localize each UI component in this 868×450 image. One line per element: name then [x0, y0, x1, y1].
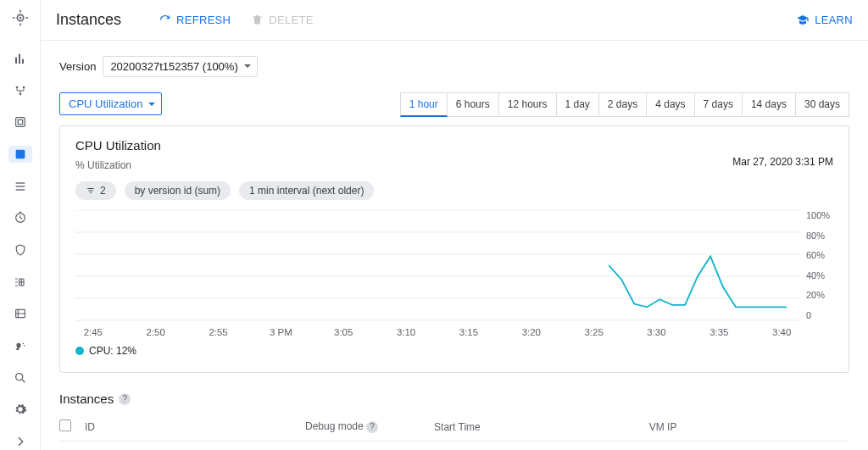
chart-subtitle: % Utilization [75, 159, 131, 171]
table-row: aef-default-20200327t152357-383kDisabled… [59, 442, 849, 451]
svg-rect-11 [15, 182, 25, 183]
chip-filter[interactable]: 2 [75, 181, 116, 200]
version-value: 20200327t152357 (100%) [110, 60, 237, 73]
timerange-12-hours[interactable]: 12 hours [499, 92, 557, 117]
timerange-1-hour[interactable]: 1 hour [400, 92, 448, 117]
svg-text:3:30: 3:30 [647, 327, 665, 337]
svg-point-7 [19, 92, 21, 95]
chip-interval[interactable]: 1 min interval (next older) [239, 181, 374, 200]
nav-search-icon[interactable] [8, 369, 32, 386]
svg-point-17 [23, 345, 25, 347]
nav-memcache-icon[interactable] [8, 306, 32, 323]
svg-text:3 PM: 3 PM [270, 327, 292, 337]
cell-debug: Disabled [305, 442, 434, 451]
timerange-14-days[interactable]: 14 days [743, 92, 796, 117]
help-icon[interactable]: ? [366, 421, 378, 433]
cell-vmip: 35.223.201.155 [649, 442, 784, 451]
refresh-button[interactable]: REFRESH [159, 14, 231, 26]
nav-expand-icon[interactable] [8, 433, 32, 450]
nav-settings-icon[interactable] [8, 402, 32, 419]
nav-cron-icon[interactable] [8, 209, 32, 226]
nav-firewall-icon[interactable] [8, 337, 32, 354]
col-debug: Debug mode ? [305, 413, 434, 442]
svg-rect-8 [15, 118, 25, 127]
select-all-checkbox[interactable] [59, 419, 71, 431]
nav-quotas-icon[interactable] [8, 274, 32, 291]
chip-groupby[interactable]: by version id (sum) [125, 181, 231, 200]
nav-taskqueues-icon[interactable] [8, 178, 32, 195]
svg-point-6 [22, 86, 25, 88]
svg-rect-4 [22, 59, 24, 64]
svg-point-5 [15, 86, 18, 88]
timerange-6-hours[interactable]: 6 hours [448, 92, 499, 117]
nav-versions-icon[interactable] [8, 114, 32, 131]
svg-point-16 [22, 343, 24, 345]
svg-rect-12 [15, 186, 25, 186]
svg-point-18 [15, 373, 22, 380]
chart-timestamp: Mar 27, 2020 3:31 PM [732, 156, 833, 168]
svg-text:3:25: 3:25 [584, 327, 603, 337]
svg-text:3:20: 3:20 [522, 327, 541, 337]
timerange-2-days[interactable]: 2 days [599, 92, 647, 117]
svg-rect-13 [15, 189, 25, 190]
page-title: Instances [56, 11, 121, 29]
col-vmip: VM IP [649, 413, 784, 442]
nav-rail [0, 0, 41, 450]
svg-rect-10 [15, 150, 25, 159]
chart-svg: 2:452:502:553 PM3:053:103:153:203:253:30… [75, 210, 799, 342]
timerange-group: 1 hour6 hours12 hours1 day2 days4 days7 … [400, 92, 849, 117]
chart-card: CPU Utilization % Utilization Mar 27, 20… [59, 125, 849, 373]
svg-point-1 [19, 17, 21, 19]
version-label: Version [59, 60, 96, 73]
chart-title: CPU Utilization [75, 138, 833, 153]
learn-button[interactable]: LEARN [796, 14, 853, 27]
timerange-1-day[interactable]: 1 day [557, 92, 599, 117]
timerange-7-days[interactable]: 7 days [695, 92, 743, 117]
svg-rect-2 [15, 58, 17, 64]
product-logo-icon [11, 8, 30, 30]
chip-filter-value: 2 [100, 185, 106, 197]
delete-label: DELETE [269, 14, 313, 26]
metric-value: CPU Utilization [69, 97, 142, 110]
metric-dropdown[interactable]: CPU Utilization [59, 92, 162, 115]
svg-text:2:50: 2:50 [147, 327, 165, 337]
legend-label: CPU: 12% [89, 345, 136, 357]
help-icon[interactable]: ? [119, 393, 131, 405]
svg-text:3:15: 3:15 [459, 327, 478, 337]
nav-services-icon[interactable] [8, 82, 32, 99]
timerange-30-days[interactable]: 30 days [796, 92, 849, 117]
svg-text:3:40: 3:40 [772, 327, 791, 337]
delete-button: DELETE [251, 14, 313, 26]
svg-rect-9 [18, 120, 22, 125]
svg-text:3:05: 3:05 [334, 327, 353, 337]
instances-section-title: Instances [59, 392, 114, 406]
svg-rect-3 [19, 54, 20, 64]
col-id: ID [85, 413, 305, 442]
cell-start: Mar 27, 2020, 3:26:55 PM [434, 442, 649, 451]
timerange-4-days[interactable]: 4 days [647, 92, 694, 117]
nav-security-icon[interactable] [8, 242, 32, 258]
refresh-label: REFRESH [176, 14, 231, 26]
nav-dashboard-icon[interactable] [8, 50, 32, 67]
svg-text:3:35: 3:35 [709, 327, 728, 337]
topbar: Instances REFRESH DELETE LEARN [41, 0, 868, 41]
learn-label: LEARN [815, 14, 853, 26]
legend-color-icon [75, 347, 84, 355]
svg-text:3:10: 3:10 [397, 327, 415, 337]
svg-text:2:55: 2:55 [209, 327, 227, 337]
chart: 2:452:502:553 PM3:053:103:153:203:253:30… [75, 210, 833, 342]
col-start: Start Time [434, 413, 649, 442]
instances-table: ID Debug mode ? Start Time VM IP aef-def… [59, 413, 849, 450]
svg-text:2:45: 2:45 [84, 327, 103, 337]
nav-instances-icon[interactable] [8, 146, 32, 163]
version-dropdown[interactable]: 20200327t152357 (100%) [103, 56, 257, 77]
